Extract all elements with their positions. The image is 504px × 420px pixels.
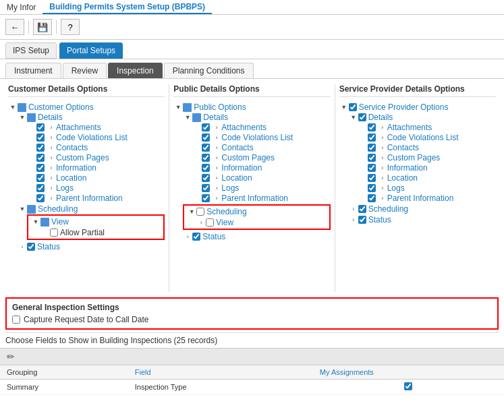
service-details-checkbox[interactable] <box>358 113 366 121</box>
service-contacts-checkbox[interactable] <box>368 144 376 152</box>
public-attachments-checkbox[interactable] <box>202 123 210 131</box>
customer-location-checkbox[interactable] <box>36 174 45 182</box>
service-location-label[interactable]: Location <box>387 173 418 183</box>
customer-options-label[interactable]: Customer Options <box>28 102 94 112</box>
customer-contacts-label[interactable]: Contacts <box>56 143 88 152</box>
service-logs-label[interactable]: Logs <box>387 183 405 193</box>
service-status-label[interactable]: Status <box>368 215 391 224</box>
column-field[interactable]: Field <box>128 365 313 380</box>
public-custom-pages-checkbox[interactable] <box>202 154 210 162</box>
public-status-checkbox[interactable] <box>192 233 200 241</box>
service-status-checkbox[interactable] <box>358 216 366 224</box>
customer-code-violations-expand[interactable]: › <box>47 133 56 142</box>
tab-instrument[interactable]: Instrument <box>5 63 61 78</box>
customer-code-violations-label[interactable]: Code Violations List <box>56 133 128 142</box>
public-logs-label[interactable]: Logs <box>221 183 239 193</box>
bpbps-tab[interactable]: Building Permits System Setup (BPBPS) <box>43 1 212 14</box>
customer-parent-info-expand[interactable]: › <box>47 193 56 203</box>
my-assignments-checkbox[interactable] <box>404 382 412 390</box>
public-options-expand[interactable]: ▼ <box>173 102 183 112</box>
customer-custom-pages-expand[interactable]: › <box>47 153 56 162</box>
customer-logs-label[interactable]: Logs <box>56 183 74 193</box>
customer-attachments-checkbox[interactable] <box>36 123 45 131</box>
public-logs-checkbox[interactable] <box>202 184 210 192</box>
service-logs-checkbox[interactable] <box>368 184 376 192</box>
public-details-expand[interactable]: ▼ <box>183 113 192 122</box>
tab-ips-setup[interactable]: IPS Setup <box>5 42 57 59</box>
customer-view-label[interactable]: View <box>51 217 69 227</box>
public-information-label[interactable]: Information <box>221 163 262 173</box>
customer-parent-info-checkbox[interactable] <box>36 194 45 202</box>
service-details-expand[interactable]: ▼ <box>349 113 358 122</box>
tab-portal-setups[interactable]: Portal Setups <box>59 42 123 59</box>
public-status-label[interactable]: Status <box>202 232 225 241</box>
service-location-checkbox[interactable] <box>368 174 376 182</box>
service-parent-info-label[interactable]: Parent Information <box>387 193 454 203</box>
customer-details-expand[interactable]: ▼ <box>18 113 27 122</box>
public-code-violations-label[interactable]: Code Violations List <box>221 133 293 142</box>
service-attachments-checkbox[interactable] <box>368 123 376 131</box>
customer-allow-partial-checkbox[interactable] <box>50 229 58 237</box>
service-information-label[interactable]: Information <box>387 163 428 173</box>
public-location-checkbox[interactable] <box>202 174 210 182</box>
capture-request-date-checkbox[interactable] <box>12 316 20 324</box>
tab-planning-conditions[interactable]: Planning Conditions <box>164 63 254 78</box>
public-parent-info-checkbox[interactable] <box>202 194 210 202</box>
customer-contacts-expand[interactable]: › <box>47 143 56 152</box>
customer-status-checkbox[interactable] <box>27 243 35 251</box>
public-view-expand[interactable]: › <box>196 218 206 227</box>
my-infor-tab[interactable]: My Infor <box>0 1 43 13</box>
service-information-checkbox[interactable] <box>368 164 376 172</box>
customer-custom-pages-label[interactable]: Custom Pages <box>56 153 109 162</box>
service-custom-pages-label[interactable]: Custom Pages <box>387 153 441 162</box>
public-attachments-label[interactable]: Attachments <box>221 123 267 132</box>
public-view-checkbox[interactable] <box>206 218 214 227</box>
service-options-checkbox[interactable] <box>349 103 357 111</box>
service-parent-info-checkbox[interactable] <box>368 194 376 202</box>
public-scheduling-label[interactable]: Scheduling <box>206 207 246 216</box>
public-options-label[interactable]: Public Options <box>194 102 246 112</box>
service-options-expand[interactable]: ▼ <box>339 102 349 112</box>
customer-logs-checkbox[interactable] <box>36 184 45 192</box>
customer-code-violations-checkbox[interactable] <box>36 133 45 142</box>
public-details-label[interactable]: Details <box>203 113 228 122</box>
public-status-expand[interactable]: › <box>183 232 192 241</box>
customer-view-expand[interactable]: ▼ <box>31 217 40 227</box>
service-code-violations-label[interactable]: Code Violations List <box>387 133 459 142</box>
service-scheduling-label[interactable]: Scheduling <box>368 204 408 214</box>
tab-inspection[interactable]: Inspection <box>108 63 163 78</box>
public-information-checkbox[interactable] <box>202 164 210 172</box>
customer-scheduling-label[interactable]: Scheduling <box>38 204 78 214</box>
customer-information-label[interactable]: Information <box>56 163 96 173</box>
customer-logs-expand[interactable]: › <box>47 183 56 193</box>
public-contacts-label[interactable]: Contacts <box>221 143 253 152</box>
public-view-label[interactable]: View <box>216 218 233 227</box>
customer-details-label[interactable]: Details <box>38 113 63 122</box>
customer-scheduling-expand[interactable]: ▼ <box>18 204 27 214</box>
service-status-expand[interactable]: › <box>349 215 358 224</box>
service-attachments-label[interactable]: Attachments <box>387 123 432 132</box>
customer-options-expand[interactable]: ▼ <box>8 102 18 112</box>
customer-status-label[interactable]: Status <box>37 242 60 251</box>
service-options-label[interactable]: Service Provider Options <box>359 102 449 112</box>
customer-attachments-label[interactable]: Attachments <box>56 123 101 132</box>
public-parent-info-label[interactable]: Parent Information <box>221 193 288 203</box>
pencil-icon[interactable]: ✏ <box>7 351 15 362</box>
save-button[interactable]: 💾 <box>33 19 52 35</box>
customer-custom-pages-checkbox[interactable] <box>36 154 45 162</box>
service-details-label[interactable]: Details <box>368 113 393 122</box>
service-scheduling-expand[interactable]: › <box>349 204 358 214</box>
customer-contacts-checkbox[interactable] <box>36 144 45 152</box>
service-custom-pages-checkbox[interactable] <box>368 154 376 162</box>
customer-location-expand[interactable]: › <box>47 173 56 183</box>
service-contacts-label[interactable]: Contacts <box>387 143 419 152</box>
customer-parent-info-label[interactable]: Parent Information <box>56 193 123 203</box>
customer-information-checkbox[interactable] <box>36 164 45 172</box>
service-scheduling-checkbox[interactable] <box>358 205 366 213</box>
public-location-label[interactable]: Location <box>221 173 252 183</box>
customer-location-label[interactable]: Location <box>56 173 86 183</box>
public-custom-pages-label[interactable]: Custom Pages <box>221 153 275 162</box>
tab-review[interactable]: Review <box>63 63 107 78</box>
service-code-violations-checkbox[interactable] <box>368 133 376 142</box>
public-scheduling-expand[interactable]: ▼ <box>187 207 196 216</box>
